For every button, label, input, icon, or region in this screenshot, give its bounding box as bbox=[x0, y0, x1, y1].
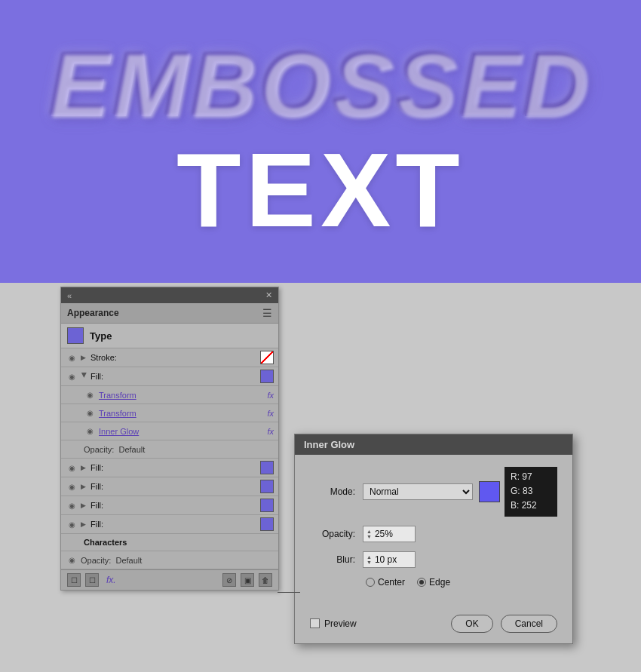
fill-sub2-swatch[interactable] bbox=[260, 480, 274, 493]
inner-glow-row: ◉ Inner Glow fx bbox=[61, 422, 278, 440]
preview-checkbox-label[interactable]: Preview bbox=[310, 618, 357, 629]
blur-row: Blur: ▲▼ 10 px bbox=[310, 551, 557, 568]
radio-group: Center Edge bbox=[366, 577, 450, 588]
fill-eye-icon[interactable]: ◉ bbox=[66, 372, 78, 381]
stroke-eye-icon[interactable]: ◉ bbox=[66, 353, 78, 362]
blur-spinner[interactable]: ▲▼ bbox=[367, 554, 372, 565]
inner-glow-dialog: Inner Glow Mode: Normal Multiply Screen … bbox=[294, 434, 573, 644]
color-swatch-dialog[interactable] bbox=[479, 481, 500, 502]
fill-sub4-swatch[interactable] bbox=[260, 517, 274, 531]
opacity-input[interactable]: ▲▼ 25% bbox=[363, 526, 416, 542]
mode-label: Mode: bbox=[310, 486, 355, 497]
stroke-label: Stroke: bbox=[90, 353, 257, 362]
dialog-opacity-row: Opacity: ▲▼ 25% bbox=[310, 526, 557, 542]
transform1-eye-icon[interactable]: ◉ bbox=[84, 391, 96, 400]
fill-sub4-chevron[interactable]: ▶ bbox=[81, 520, 88, 528]
panel-header: Appearance ☰ bbox=[61, 303, 278, 324]
blur-label: Blur: bbox=[310, 554, 355, 565]
dialog-body: Mode: Normal Multiply Screen Overlay R: … bbox=[295, 455, 572, 609]
stroke-swatch[interactable] bbox=[260, 351, 274, 364]
cancel-button[interactable]: Cancel bbox=[501, 615, 557, 633]
fill-sub3-chevron[interactable]: ▶ bbox=[81, 502, 88, 509]
bottom-opacity-label: Opacity: Default bbox=[81, 556, 142, 565]
fill-sub3-label: Fill: bbox=[90, 501, 257, 510]
transform-row-2: ◉ Transform fx bbox=[61, 404, 278, 422]
rgb-display: R: 97G: 83B: 252 bbox=[505, 467, 557, 517]
type-color-swatch[interactable] bbox=[67, 327, 84, 344]
inner-glow-fx: fx bbox=[267, 427, 274, 436]
titlebar-controls: ✕ bbox=[265, 290, 272, 300]
collapse-icon[interactable]: « bbox=[67, 291, 72, 300]
stroke-chevron[interactable]: ▶ bbox=[81, 354, 88, 361]
fill-swatch[interactable] bbox=[260, 370, 274, 383]
type-label: Type bbox=[90, 330, 112, 342]
ok-button[interactable]: OK bbox=[451, 615, 492, 633]
transform2-label[interactable]: Transform bbox=[99, 409, 267, 418]
panel-titlebar: « ✕ bbox=[61, 287, 278, 303]
bottom-panel: « ✕ Appearance ☰ Type ◉ ▶ Stroke: ◉ ▶ Fi… bbox=[0, 283, 641, 672]
appearance-panel: « ✕ Appearance ☰ Type ◉ ▶ Stroke: ◉ ▶ Fi… bbox=[60, 287, 279, 591]
opacity-value: 25% bbox=[375, 529, 393, 539]
fill-sub1-eye[interactable]: ◉ bbox=[66, 463, 78, 472]
center-radio-circle[interactable] bbox=[366, 578, 375, 587]
canvas-area: EMBOSSED TEXT bbox=[0, 0, 641, 283]
bottom-opacity-row: ◉ Opacity: Default bbox=[61, 551, 278, 569]
characters-row: Characters bbox=[61, 534, 278, 551]
fill-sub2-eye[interactable]: ◉ bbox=[66, 482, 78, 491]
inner-glow-eye-icon[interactable]: ◉ bbox=[84, 427, 96, 436]
footer-icon-3[interactable]: ⊘ bbox=[222, 573, 236, 587]
dialog-opacity-label: Opacity: bbox=[310, 529, 355, 539]
center-label: Center bbox=[378, 577, 405, 588]
characters-label: Characters bbox=[84, 538, 127, 547]
transform1-label[interactable]: Transform bbox=[99, 391, 267, 400]
fill-sub2-label: Fill: bbox=[90, 482, 257, 491]
opacity-spinner[interactable]: ▲▼ bbox=[367, 529, 372, 539]
fill-sub3-swatch[interactable] bbox=[260, 499, 274, 512]
transform1-fx: fx bbox=[267, 391, 274, 400]
radio-row: Center Edge bbox=[363, 577, 557, 588]
preview-checkbox[interactable] bbox=[310, 618, 320, 628]
opacity-row: Opacity: Default bbox=[61, 440, 278, 459]
blur-value: 10 px bbox=[375, 554, 397, 565]
fill-sub-row-3: ◉ ▶ Fill: bbox=[61, 496, 278, 515]
edge-label: Edge bbox=[429, 577, 450, 588]
panel-footer: ☐ ☐ fx. ⊘ ▣ 🗑 bbox=[61, 569, 278, 590]
fill-sub2-chevron[interactable]: ▶ bbox=[81, 483, 88, 490]
panel-title: Appearance bbox=[67, 308, 119, 318]
dialog-title: Inner Glow bbox=[295, 434, 572, 455]
footer-icon-trash[interactable]: 🗑 bbox=[259, 573, 272, 587]
fill-chevron[interactable]: ▶ bbox=[81, 373, 88, 380]
blur-input[interactable]: ▲▼ 10 px bbox=[363, 551, 416, 568]
center-radio[interactable]: Center bbox=[366, 577, 405, 588]
inner-glow-label[interactable]: Inner Glow bbox=[99, 427, 267, 436]
footer-icon-2[interactable]: ☐ bbox=[85, 573, 99, 587]
bottom-opacity-eye[interactable]: ◉ bbox=[66, 556, 78, 565]
footer-icon-1[interactable]: ☐ bbox=[67, 573, 81, 587]
fill-sub4-eye[interactable]: ◉ bbox=[66, 520, 78, 529]
edge-radio[interactable]: Edge bbox=[417, 577, 450, 588]
fill-row: ◉ ▶ Fill: bbox=[61, 367, 278, 386]
mode-select[interactable]: Normal Multiply Screen Overlay bbox=[363, 483, 473, 500]
transform-row-1: ◉ Transform fx bbox=[61, 386, 278, 404]
transform2-fx: fx bbox=[267, 409, 274, 418]
fill-sub1-swatch[interactable] bbox=[260, 461, 274, 474]
edge-radio-circle[interactable] bbox=[417, 578, 426, 587]
connector-line bbox=[278, 592, 300, 593]
transform2-eye-icon[interactable]: ◉ bbox=[84, 409, 96, 418]
footer-icon-4[interactable]: ▣ bbox=[241, 573, 254, 587]
close-icon[interactable]: ✕ bbox=[265, 290, 272, 300]
stroke-row: ◉ ▶ Stroke: bbox=[61, 348, 278, 367]
panel-menu-icon[interactable]: ☰ bbox=[262, 307, 272, 319]
footer-fx-label[interactable]: fx. bbox=[106, 575, 116, 585]
fill-sub-row-1: ◉ ▶ Fill: bbox=[61, 459, 278, 477]
fill-sub1-label: Fill: bbox=[90, 463, 257, 472]
white-text: TEXT bbox=[176, 129, 465, 251]
mode-row: Mode: Normal Multiply Screen Overlay R: … bbox=[310, 467, 557, 517]
fill-sub3-eye[interactable]: ◉ bbox=[66, 501, 78, 510]
fill-sub-row-4: ◉ ▶ Fill: bbox=[61, 515, 278, 534]
embossed-text: EMBOSSED bbox=[50, 32, 592, 137]
dialog-footer: Preview OK Cancel bbox=[295, 609, 572, 643]
fill-label: Fill: bbox=[90, 372, 257, 381]
preview-label: Preview bbox=[324, 618, 357, 629]
fill-sub1-chevron[interactable]: ▶ bbox=[81, 464, 88, 471]
